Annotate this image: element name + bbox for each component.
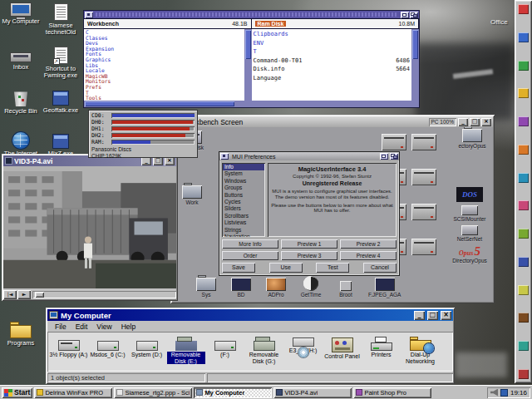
directory-entry[interactable]: T <box>86 91 243 96</box>
display-icon[interactable] <box>500 389 508 397</box>
workbench-icon[interactable]: ectoryOpus <box>453 129 491 149</box>
mui-button[interactable]: Preview 4 <box>340 251 397 260</box>
office-shortcut-icon[interactable] <box>518 61 529 71</box>
workbench-icon[interactable]: NetSerNet <box>451 225 488 242</box>
directory-entry[interactable]: Prefs <box>86 85 243 91</box>
drive-item[interactable]: (F:) <box>205 334 244 358</box>
menu-item[interactable]: File <box>51 323 71 331</box>
drive-item[interactable]: System (D:) <box>127 334 166 358</box>
office-shortcut-icon[interactable] <box>518 32 529 42</box>
file-pane[interactable]: Clipboards ENV T Command-00-T01 6486 <box>252 29 412 101</box>
directory-entry[interactable]: Monitors <box>86 79 243 85</box>
close-gadget[interactable] <box>220 153 229 160</box>
workbench-icon[interactable]: Work <box>174 185 210 205</box>
office-shortcut-icon[interactable] <box>518 369 529 379</box>
office-shortcut-icon[interactable] <box>518 173 529 183</box>
disk-drive-icon[interactable] <box>411 204 436 220</box>
office-shortcut-icon[interactable] <box>518 285 529 295</box>
mui-category-item[interactable]: Buttons <box>223 192 264 199</box>
drive-item[interactable]: 3½ Floppy (A:) <box>49 334 88 358</box>
close-button[interactable]: × <box>441 311 451 320</box>
mui-action-button[interactable]: Save <box>222 263 255 273</box>
dos-icon[interactable]: DOS <box>456 187 483 202</box>
seek-thumb[interactable] <box>35 292 44 298</box>
directory-entry[interactable]: C <box>86 30 243 36</box>
mui-category-item[interactable]: Groups <box>223 185 264 191</box>
mui-action-button[interactable]: Cancel <box>363 263 397 273</box>
workbench-icon[interactable]: SCSIMounter <box>451 205 488 222</box>
file-entry[interactable]: ENV <box>254 39 411 48</box>
scrollbar-knob[interactable] <box>245 30 251 59</box>
player-control-button[interactable]: ► <box>17 290 31 299</box>
mui-category-item[interactable]: Sliders <box>223 205 264 212</box>
office-shortcut-icon[interactable] <box>518 4 529 14</box>
seek-slider[interactable] <box>32 291 176 298</box>
office-shortcut-icon[interactable] <box>518 145 529 155</box>
office-shortcut-icon[interactable] <box>518 229 529 239</box>
mui-button[interactable]: Preview 3 <box>281 251 337 260</box>
workbench-icon[interactable]: GetTime <box>298 276 323 298</box>
office-shortcut-icon[interactable] <box>518 313 529 323</box>
workbench-icon[interactable]: F.JPEG_AGA <box>368 278 401 298</box>
taskbar-button[interactable]: Delrina WinFax PRO <box>34 387 112 398</box>
office-shortcut-icon[interactable] <box>518 257 529 267</box>
mui-button[interactable]: Preview 2 <box>340 239 397 249</box>
maximize-button[interactable]: □ <box>427 311 438 320</box>
mui-button[interactable]: More Info <box>222 239 278 249</box>
directory-entry[interactable]: Libs <box>86 63 243 69</box>
mui-category-item[interactable]: Info <box>223 164 264 170</box>
office-shortcut-icon[interactable] <box>518 200 529 210</box>
volume-icon[interactable] <box>490 389 498 397</box>
drive-item[interactable]: Removable Disk (G:) <box>244 334 283 364</box>
mui-action-button[interactable]: Test <box>316 263 349 273</box>
directory-pane[interactable]: C Classes Devs Expansion Fonts <box>84 29 244 101</box>
zoom-gadget[interactable] <box>380 153 388 160</box>
file-entry[interactable]: Clipboards <box>254 30 411 39</box>
vertical-scrollbar[interactable] <box>244 29 252 101</box>
depth-gadget[interactable] <box>410 12 418 18</box>
taskbar-button[interactable]: Paint Shop Pro <box>353 387 431 398</box>
maximize-button[interactable]: □ <box>470 118 480 126</box>
directory-entry[interactable]: Locale <box>86 68 243 74</box>
disk-drive-icon[interactable] <box>411 169 436 185</box>
close-gadget[interactable] <box>85 12 93 18</box>
mui-category-item[interactable]: Listviews <box>223 219 264 226</box>
horizontal-scrollbar[interactable] <box>84 101 419 107</box>
desktop-icon[interactable]: My Computer <box>2 2 40 46</box>
menu-item[interactable]: View <box>92 323 116 331</box>
workbench-icon[interactable]: BD <box>229 278 254 298</box>
office-shortcut-icon[interactable] <box>518 88 529 98</box>
directory-entry[interactable]: Classes <box>86 36 243 42</box>
desktop-icon[interactable]: Siamese technetOld <box>42 2 80 46</box>
disk-drive-icon[interactable] <box>382 134 406 150</box>
desktop-icon[interactable]: Recycle Bin <box>2 89 40 132</box>
taskbar-button[interactable]: My Computer <box>194 387 272 398</box>
mui-category-item[interactable]: Strings <box>223 227 264 234</box>
mui-category-item[interactable]: Navigation <box>223 234 264 237</box>
taskbar-button[interactable]: VID3-P4.avi <box>273 387 352 398</box>
menu-item[interactable]: Edit <box>71 323 92 331</box>
file-entry[interactable]: Disk.info 5664 <box>254 65 411 74</box>
drive-item[interactable]: Printers <box>362 334 401 358</box>
workbench-icon[interactable]: Broot <box>333 281 358 298</box>
drive-item[interactable]: Removable Disk (E:) <box>166 334 205 364</box>
drive-item[interactable]: Msdos_6 (C:) <box>88 334 127 358</box>
minimize-button[interactable]: _ <box>458 118 468 126</box>
mui-category-item[interactable]: Windows <box>223 178 264 185</box>
office-shortcut-icon[interactable] <box>518 341 529 351</box>
mui-category-item[interactable]: Cycles <box>223 199 264 205</box>
workbench-icon[interactable]: Sys <box>194 278 219 298</box>
taskbar-button[interactable]: Siamese_rtg2.ppp - Scif... <box>114 387 192 398</box>
mui-button[interactable]: Preview 1 <box>281 239 337 249</box>
directory-opus-icon[interactable]: Opus 5 DirectoryOpus <box>452 245 487 264</box>
disk-drive-icon[interactable] <box>411 239 436 255</box>
desktop-icon-programs[interactable]: Programs <box>2 321 40 347</box>
file-entry[interactable]: Command-00-T01 6486 <box>254 57 411 66</box>
file-entry[interactable]: T <box>254 47 411 57</box>
player-control-button[interactable]: |◄ <box>3 290 17 299</box>
directory-entry[interactable]: Expansion <box>86 47 243 52</box>
mui-category-item[interactable]: Scrollbars <box>223 213 264 219</box>
drive-item[interactable]: Dial-Up Networking <box>401 334 440 364</box>
desktop-icon[interactable]: Geoffatk.exe <box>42 89 80 132</box>
mui-action-button[interactable]: Use <box>269 263 303 273</box>
